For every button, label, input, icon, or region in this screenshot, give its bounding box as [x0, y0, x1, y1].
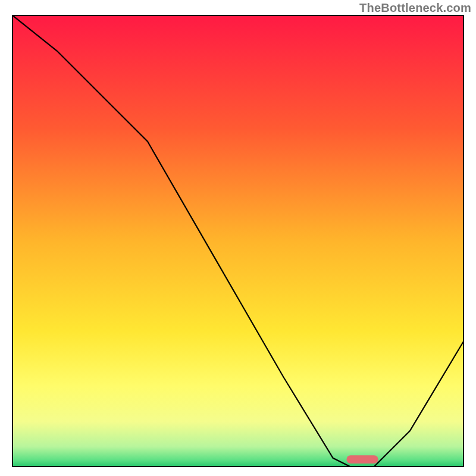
watermark-text: TheBottleneck.com	[359, 1, 471, 15]
bottleneck-chart-svg	[12, 15, 464, 467]
chart-background	[12, 15, 464, 467]
chart-container	[12, 15, 464, 467]
optimal-range-marker	[346, 455, 378, 464]
